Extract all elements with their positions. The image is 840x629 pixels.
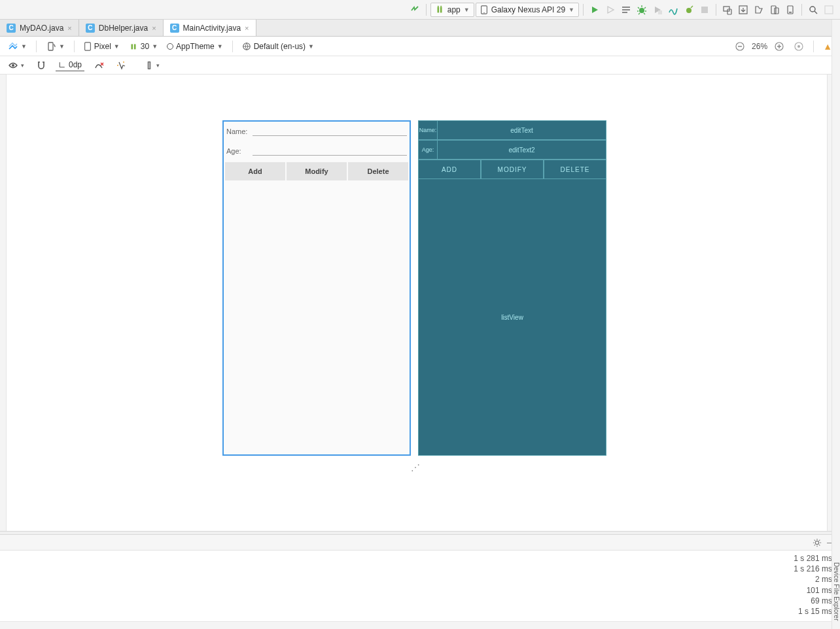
main-toolbar: app ▼ Galaxy Nexus API 29 ▼ — [0, 0, 840, 20]
tab-label: MyDAO.java — [20, 24, 63, 33]
margin-value: 0dp — [69, 60, 82, 69]
delete-button[interactable]: Delete — [348, 162, 408, 180]
editor-tabs: C MyDAO.java × C DbHelper.java × C MainA… — [0, 20, 840, 37]
sync-icon[interactable] — [408, 3, 422, 17]
name-input[interactable] — [253, 127, 407, 136]
age-input[interactable] — [253, 146, 407, 156]
infer-constraints-icon[interactable] — [113, 59, 129, 72]
coverage-icon[interactable] — [650, 3, 665, 17]
close-icon[interactable]: × — [245, 24, 249, 32]
bottom-panel-header: — — [0, 535, 840, 551]
resize-handle-icon[interactable]: ⋰ — [411, 462, 420, 473]
design-surface-dropdown[interactable]: ▼ — [5, 40, 29, 53]
class-icon: C — [7, 24, 16, 33]
svg-point-3 — [440, 5, 442, 7]
zoom-in-button[interactable] — [771, 40, 787, 53]
bottom-panel: — 1 s 281 ms 1 s 216 ms 2 ms 101 ms 69 m… — [0, 531, 840, 629]
svg-rect-7 — [622, 9, 630, 10]
caret-down-icon: ▼ — [59, 43, 65, 50]
age-label: Age: — [226, 147, 250, 155]
left-gutter — [0, 75, 7, 531]
preview-device[interactable]: Name: Age: Add Modify Delete — [222, 120, 411, 456]
view-options-dropdown[interactable]: ▾ — [5, 59, 27, 72]
run-button[interactable] — [587, 3, 602, 17]
run-config-dropdown[interactable]: app ▼ — [430, 3, 474, 17]
device-manager-icon[interactable] — [783, 3, 797, 17]
separator — [583, 4, 584, 16]
debug-icon[interactable] — [635, 3, 649, 17]
separator — [716, 4, 716, 16]
bp-modify-button[interactable]: MODIFY — [481, 160, 544, 179]
bp-listview[interactable]: listView — [418, 179, 606, 456]
locale-dropdown[interactable]: Default (en-us) ▼ — [239, 41, 317, 52]
class-icon: C — [170, 24, 179, 33]
search-icon[interactable] — [806, 3, 820, 17]
class-icon: C — [86, 24, 95, 33]
add-button[interactable]: Add — [225, 162, 285, 180]
guidelines-dropdown[interactable]: ▾ — [142, 59, 162, 72]
svg-rect-24 — [131, 44, 133, 49]
bp-age-label: Age: — [418, 140, 438, 160]
design-canvas[interactable]: Name: Age: Add Modify Delete Name: editT… — [7, 75, 827, 531]
caret-down-icon: ▼ — [308, 43, 314, 50]
svg-rect-8 — [622, 12, 627, 13]
close-icon[interactable]: × — [152, 24, 156, 32]
theme-label: AppTheme — [176, 42, 215, 51]
close-icon[interactable]: × — [67, 24, 71, 32]
attach-debugger-icon[interactable] — [682, 3, 696, 17]
device-dropdown[interactable]: Pixel ▼ — [81, 41, 122, 52]
gear-icon[interactable] — [813, 538, 822, 547]
orientation-dropdown[interactable]: ▼ — [43, 40, 67, 53]
bp-add-button[interactable]: ADD — [418, 160, 481, 179]
device-config-dropdown[interactable]: Galaxy Nexus API 29 ▼ — [476, 3, 579, 17]
stop-icon[interactable] — [697, 3, 712, 17]
caret-down-icon: ▼ — [152, 43, 158, 50]
default-margins-button[interactable]: 0dp — [56, 59, 84, 71]
svg-point-9 — [639, 8, 644, 13]
api-dropdown[interactable]: 30 ▼ — [126, 41, 160, 52]
svg-rect-10 — [658, 10, 662, 14]
tab-mydao[interactable]: C MyDAO.java × — [0, 20, 79, 36]
log-line: 2 ms — [8, 574, 832, 585]
design-toolbar: ▼ ▼ Pixel ▼ 30 ▼ AppTheme ▼ Default (en-… — [0, 37, 840, 56]
modify-button[interactable]: Modify — [287, 162, 347, 180]
svg-point-11 — [686, 8, 691, 13]
tab-mainactivity[interactable]: C MainActivity.java × — [164, 20, 256, 36]
editor-body: Name: Age: Add Modify Delete Name: editT… — [0, 75, 840, 531]
caret-down-icon: ▼ — [464, 7, 470, 13]
separator — [74, 41, 75, 52]
bp-edittext2[interactable]: editText2 — [438, 140, 606, 160]
blueprint-device[interactable]: Name: editText Age: editText2 ADD MODIFY… — [418, 120, 606, 456]
tab-dbhelper[interactable]: C DbHelper.java × — [79, 20, 164, 36]
locale-label: Default (en-us) — [254, 42, 306, 51]
svg-rect-17 — [775, 8, 779, 14]
zoom-out-button[interactable] — [732, 40, 748, 53]
clear-constraints-icon[interactable] — [91, 59, 107, 72]
svg-rect-16 — [771, 6, 776, 14]
separator — [232, 41, 233, 52]
magnet-icon[interactable] — [33, 59, 49, 72]
zoom-percent: 26% — [752, 42, 767, 51]
svg-point-20 — [810, 7, 815, 12]
theme-icon — [167, 43, 173, 50]
far-right-strip: Device File Explorer — [831, 20, 840, 629]
resource-manager-icon[interactable] — [752, 3, 766, 17]
svg-point-2 — [437, 5, 438, 7]
apply-code-icon[interactable] — [619, 3, 633, 17]
avd-manager-icon[interactable] — [720, 3, 735, 17]
bp-delete-button[interactable]: DELETE — [544, 160, 606, 179]
layout-inspector-icon[interactable] — [767, 3, 782, 17]
sdk-manager-icon[interactable] — [736, 3, 750, 17]
svg-point-5 — [483, 12, 484, 12]
log-line: 101 ms — [8, 585, 832, 596]
device-file-explorer-tab[interactable]: Device File Explorer — [833, 562, 840, 620]
caret-down-icon: ▼ — [114, 43, 120, 50]
log-line: 1 s 15 ms — [8, 606, 832, 617]
theme-dropdown[interactable]: AppTheme ▼ — [164, 41, 226, 52]
profiler-icon[interactable] — [666, 3, 680, 17]
help-icon[interactable] — [822, 3, 836, 17]
device-config-label: Galaxy Nexus API 29 — [491, 5, 565, 14]
apply-changes-icon[interactable] — [603, 3, 618, 17]
zoom-fit-button[interactable] — [791, 40, 807, 53]
bp-edittext1[interactable]: editText — [438, 120, 606, 140]
